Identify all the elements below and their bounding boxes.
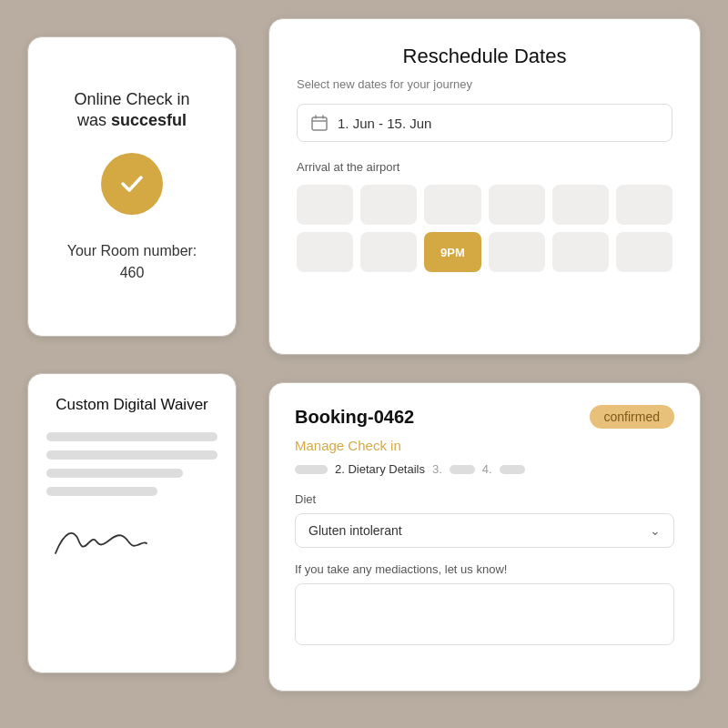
waiver-line-4 bbox=[46, 487, 157, 496]
diet-dropdown[interactable]: Gluten intolerant ⌄ bbox=[295, 513, 674, 548]
checkin-card: Online Check inwas succesful Your Room n… bbox=[27, 36, 237, 337]
time-slot-2[interactable] bbox=[360, 185, 417, 225]
time-slot-11[interactable] bbox=[552, 232, 609, 272]
medications-label: If you take any mediactions, let us know… bbox=[295, 562, 674, 576]
confirmed-badge: confirmed bbox=[590, 405, 674, 429]
diet-label: Diet bbox=[295, 492, 674, 506]
signature-icon bbox=[46, 521, 156, 567]
waiver-line-3 bbox=[46, 469, 183, 478]
time-slot-8[interactable] bbox=[360, 232, 417, 272]
step-4-pill bbox=[500, 465, 525, 474]
time-slot-1[interactable] bbox=[297, 185, 353, 225]
step-4-num: 4. bbox=[482, 462, 492, 476]
time-slot-6[interactable] bbox=[616, 185, 672, 225]
time-slot-5[interactable] bbox=[552, 185, 609, 225]
date-value: 1. Jun - 15. Jun bbox=[338, 116, 431, 131]
medications-textarea[interactable] bbox=[295, 583, 674, 645]
waiver-line-1 bbox=[46, 432, 217, 441]
diet-select-value: Gluten intolerant bbox=[308, 523, 402, 538]
waiver-line-2 bbox=[46, 450, 217, 460]
svg-rect-0 bbox=[312, 117, 327, 130]
step-3-pill bbox=[450, 465, 475, 474]
success-circle bbox=[101, 153, 163, 215]
waiver-card: Custom Digital Waiver bbox=[27, 373, 237, 673]
reschedule-subtitle: Select new dates for your journey bbox=[297, 77, 672, 91]
waiver-title: Custom Digital Waiver bbox=[46, 396, 217, 414]
manage-checkin-label[interactable]: Manage Check in bbox=[295, 438, 674, 453]
booking-id: Booking-0462 bbox=[295, 407, 414, 428]
chevron-down-icon: ⌄ bbox=[650, 523, 661, 538]
time-slot-10[interactable] bbox=[489, 232, 545, 272]
room-number: 460 bbox=[120, 265, 145, 280]
arrival-label: Arrival at the airport bbox=[297, 160, 672, 174]
time-slot-12[interactable] bbox=[616, 232, 672, 272]
steps-row: 2. Dietary Details 3. 4. bbox=[295, 462, 674, 476]
room-info: Your Room number: 460 bbox=[67, 240, 197, 284]
time-grid: 9PM bbox=[297, 185, 672, 272]
time-slot-4[interactable] bbox=[489, 185, 545, 225]
booking-card: Booking-0462 confirmed Manage Check in 2… bbox=[268, 382, 701, 692]
calendar-icon bbox=[310, 114, 329, 132]
waiver-content-lines bbox=[46, 432, 217, 496]
time-slot-3[interactable] bbox=[424, 185, 480, 225]
step-3-num: 3. bbox=[432, 462, 442, 476]
time-slot-7[interactable] bbox=[297, 232, 353, 272]
reschedule-card: Reschedule Dates Select new dates for yo… bbox=[268, 18, 701, 355]
reschedule-title: Reschedule Dates bbox=[297, 45, 672, 68]
step-2-label[interactable]: 2. Dietary Details bbox=[335, 462, 425, 476]
checkin-success-text: succesful bbox=[111, 111, 187, 129]
checkin-title: Online Check inwas succesful bbox=[74, 89, 189, 132]
signature-area bbox=[46, 521, 217, 571]
date-input[interactable]: 1. Jun - 15. Jun bbox=[297, 104, 672, 142]
time-slot-9pm[interactable]: 9PM bbox=[424, 232, 480, 272]
room-label: Your Room number: bbox=[67, 243, 197, 258]
checkmark-icon bbox=[116, 167, 148, 200]
booking-header: Booking-0462 confirmed bbox=[295, 405, 674, 429]
step-1-pill bbox=[295, 465, 328, 474]
